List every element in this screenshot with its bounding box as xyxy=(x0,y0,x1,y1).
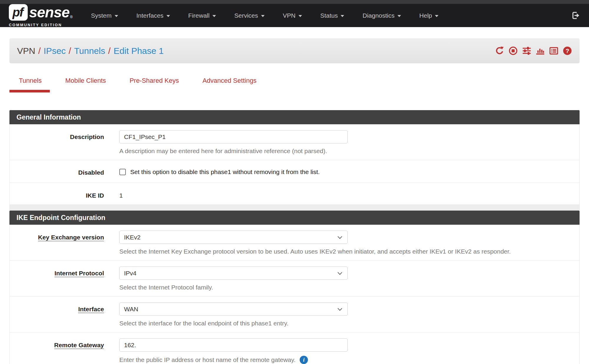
key-exchange-version-label: Key Exchange version xyxy=(10,231,104,255)
navbar-menu: System Interfaces Firewall Services VPN … xyxy=(91,12,439,19)
stop-circle-icon[interactable] xyxy=(509,46,518,55)
refresh-icon[interactable] xyxy=(495,46,504,55)
description-row: Description A description may be entered… xyxy=(10,124,579,160)
nav-item-label: Help xyxy=(419,12,432,19)
tab-tunnels[interactable]: Tunnels xyxy=(19,77,42,91)
disabled-checkbox-label: Set this option to disable this phase1 w… xyxy=(130,168,320,176)
ike-id-value: 1 xyxy=(119,189,579,199)
chevron-down-icon xyxy=(212,15,216,17)
breadcrumb-bar: VPN/IPsec/Tunnels/Edit Phase 1 xyxy=(9,38,580,63)
breadcrumb-vpn: VPN xyxy=(17,46,35,56)
nav-item-help[interactable]: Help xyxy=(419,12,438,19)
description-input[interactable] xyxy=(119,130,348,143)
pfsense-logo[interactable]: pf sense ® COMMUNITY EDITION xyxy=(9,4,73,27)
tab-pre-shared-keys[interactable]: Pre-Shared Keys xyxy=(130,77,179,91)
nav-item-interfaces[interactable]: Interfaces xyxy=(136,12,170,19)
ike-id-row: IKE ID 1 xyxy=(10,183,579,204)
general-information-panel: General Information Description A descri… xyxy=(9,110,580,211)
pf-logo-text: pf xyxy=(12,5,23,19)
internet-protocol-help-text: Select the Internet Protocol family. xyxy=(119,284,579,291)
internet-protocol-label: Internet Protocol xyxy=(10,267,104,291)
nav-item-status[interactable]: Status xyxy=(320,12,344,19)
community-edition-label: COMMUNITY EDITION xyxy=(9,23,73,27)
disabled-label: Disabled xyxy=(10,166,104,177)
ike-endpoint-configuration-panel: IKE Endpoint Configuration Key Exchange … xyxy=(9,211,580,364)
chevron-down-icon xyxy=(261,15,265,17)
ike-id-label: IKE ID xyxy=(10,189,104,199)
chevron-down-icon xyxy=(166,15,170,17)
nav-item-vpn[interactable]: VPN xyxy=(283,12,302,19)
interface-label-text: Interface xyxy=(78,306,104,313)
remote-gateway-row: Remote Gateway Enter the public IP addre… xyxy=(10,332,579,364)
panel-title-ike-endpoint-configuration: IKE Endpoint Configuration xyxy=(9,211,580,225)
help-icon[interactable]: ? xyxy=(563,46,572,55)
key-exchange-version-row: Key Exchange version IKEv2 Select the In… xyxy=(10,225,579,261)
nav-item-label: Status xyxy=(320,12,338,19)
bar-chart-icon[interactable] xyxy=(536,46,545,55)
chevron-down-icon xyxy=(115,15,118,17)
internet-protocol-label-text: Internet Protocol xyxy=(55,270,104,277)
nav-item-label: Interfaces xyxy=(136,12,164,19)
disabled-row: Disabled Set this option to disable this… xyxy=(10,160,579,183)
internet-protocol-select[interactable]: IPv4 xyxy=(119,267,348,280)
nav-item-services[interactable]: Services xyxy=(234,12,265,19)
nav-item-label: VPN xyxy=(283,12,296,19)
nav-item-label: Firewall xyxy=(188,12,209,19)
pf-logo-badge: pf xyxy=(9,4,28,21)
description-help-text: A description may be entered here for ad… xyxy=(119,148,579,155)
nav-item-label: Services xyxy=(234,12,258,19)
internet-protocol-value: IPv4 xyxy=(124,270,136,277)
remote-gateway-label: Remote Gateway xyxy=(10,338,104,364)
page-action-icons: ? xyxy=(495,46,572,55)
chevron-down-icon xyxy=(338,306,342,311)
sense-logo-text: sense xyxy=(29,4,70,21)
key-exchange-version-help-text: Select the Internet Key Exchange protoco… xyxy=(119,248,579,255)
tab-advanced-settings[interactable]: Advanced Settings xyxy=(202,77,256,91)
interface-label: Interface xyxy=(10,302,104,327)
nav-item-firewall[interactable]: Firewall xyxy=(188,12,216,19)
breadcrumb: VPN/IPsec/Tunnels/Edit Phase 1 xyxy=(17,46,164,56)
nav-item-label: Diagnostics xyxy=(362,12,395,19)
remote-gateway-input[interactable] xyxy=(119,338,348,352)
registered-mark: ® xyxy=(70,15,73,19)
chevron-down-icon xyxy=(338,234,342,239)
interface-row: Interface WAN Select the interface for t… xyxy=(10,297,579,332)
nav-item-label: System xyxy=(91,12,112,19)
key-exchange-version-select[interactable]: IKEv2 xyxy=(119,231,348,244)
interface-value: WAN xyxy=(124,306,138,313)
breadcrumb-separator: / xyxy=(105,46,113,56)
sliders-icon[interactable] xyxy=(522,46,531,55)
description-label: Description xyxy=(10,130,104,155)
subnav-tabs: Tunnels Mobile Clients Pre-Shared Keys A… xyxy=(19,77,589,91)
breadcrumb-link-ipsec[interactable]: IPsec xyxy=(44,46,66,56)
breadcrumb-link-edit-phase-1[interactable]: Edit Phase 1 xyxy=(113,46,164,56)
chevron-down-icon xyxy=(298,15,302,17)
chevron-down-icon xyxy=(341,15,344,17)
nav-item-system[interactable]: System xyxy=(91,12,118,19)
window-top-strip xyxy=(0,0,589,4)
interface-select[interactable]: WAN xyxy=(119,302,348,316)
chevron-down-icon xyxy=(338,270,342,275)
interface-help-text: Select the interface for the local endpo… xyxy=(119,320,579,327)
remote-gateway-help-text: Enter the public IP address or host name… xyxy=(119,356,296,363)
key-exchange-version-value: IKEv2 xyxy=(124,234,141,241)
chevron-down-icon xyxy=(435,15,438,17)
log-list-icon[interactable] xyxy=(549,46,558,55)
svg-text:?: ? xyxy=(565,47,569,54)
tab-mobile-clients[interactable]: Mobile Clients xyxy=(65,77,106,91)
breadcrumb-separator: / xyxy=(66,46,74,56)
sign-out-icon[interactable] xyxy=(571,11,580,20)
chevron-down-icon xyxy=(397,15,401,17)
nav-item-diagnostics[interactable]: Diagnostics xyxy=(362,12,401,19)
breadcrumb-link-tunnels[interactable]: Tunnels xyxy=(74,46,105,56)
info-icon[interactable] xyxy=(300,356,308,364)
internet-protocol-row: Internet Protocol IPv4 Select the Intern… xyxy=(10,261,579,297)
disabled-checkbox[interactable] xyxy=(119,169,126,175)
remote-gateway-label-text: Remote Gateway xyxy=(54,342,104,349)
panel-footer xyxy=(9,204,580,211)
breadcrumb-separator: / xyxy=(35,46,44,56)
panel-title-general-information: General Information xyxy=(9,110,580,124)
main-navbar: pf sense ® COMMUNITY EDITION System Inte… xyxy=(0,4,589,27)
key-exchange-version-label-text: Key Exchange version xyxy=(38,234,104,241)
